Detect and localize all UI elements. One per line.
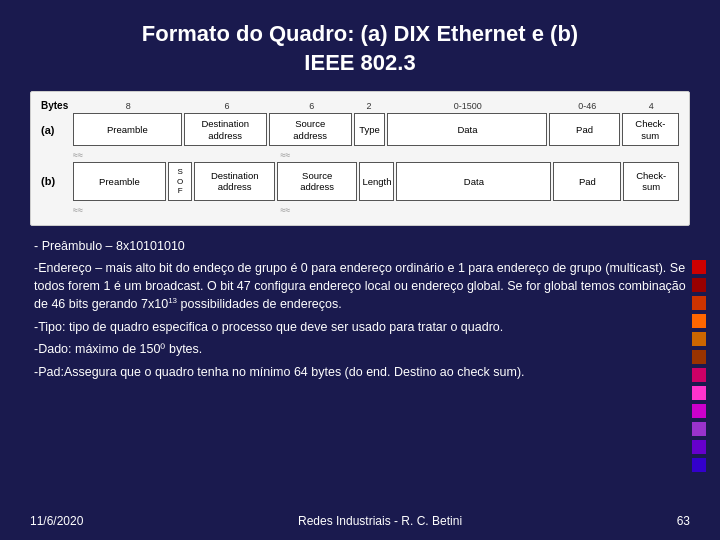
- byte-0-1500: 0-1500: [385, 101, 551, 111]
- cell-pad-a: Pad: [549, 113, 619, 146]
- cell-data-b: Data: [396, 162, 551, 201]
- row-a-cells: Preamble Destinationaddress Sourceaddres…: [73, 113, 679, 146]
- row-a-label: (a): [41, 113, 73, 146]
- cell-data-a: Data: [387, 113, 547, 146]
- address-suffix: possibilidades de endereços.: [177, 297, 342, 311]
- diagram-box: Bytes 8 6 6 2 0-1500 0-46 4 (a) Preamble…: [30, 91, 690, 226]
- footer-page: 63: [677, 514, 690, 528]
- byte-6a: 6: [186, 101, 269, 111]
- preamble-text: - Preâmbulo – 8x10101010: [34, 238, 686, 256]
- byte-0-46: 0-46: [553, 101, 622, 111]
- cell-preamble-b: Preamble: [73, 162, 166, 201]
- cell-length-b: Length: [359, 162, 394, 201]
- address-text: -Endereço – mais alto bit do endeço de g…: [34, 260, 686, 314]
- bytes-label: Bytes: [41, 100, 73, 111]
- decoration-square: [692, 458, 706, 472]
- cell-src-b: Sourceaddress: [277, 162, 357, 201]
- byte-4: 4: [624, 101, 679, 111]
- decoration-square: [692, 440, 706, 454]
- type-text: -Tipo: tipo de quadro especifica o proce…: [34, 319, 686, 337]
- title-line2: IEEE 802.3: [304, 50, 415, 75]
- cell-checksum-b: Check-sum: [623, 162, 679, 201]
- cell-dest-b: Destinationaddress: [194, 162, 274, 201]
- decoration-square: [692, 368, 706, 382]
- data-text: -Dado: máximo de 150⁰ bytes.: [34, 341, 686, 359]
- footer: 11/6/2020 Redes Industriais - R. C. Beti…: [30, 508, 690, 530]
- decoration-squares: [692, 260, 706, 472]
- decoration-square: [692, 332, 706, 346]
- slide: Formato do Quadro: (a) DIX Ethernet e (b…: [0, 0, 720, 540]
- decoration-square: [692, 422, 706, 436]
- footer-title: Redes Industriais - R. C. Betini: [298, 514, 462, 528]
- row-b: (b) Preamble SOF Destinationaddress Sour…: [41, 162, 679, 201]
- cell-preamble-a: Preamble: [73, 113, 182, 146]
- decoration-square: [692, 314, 706, 328]
- byte-6b: 6: [270, 101, 353, 111]
- row-b-label: (b): [41, 162, 73, 201]
- cell-checksum-a: Check-sum: [622, 113, 679, 146]
- row-a: (a) Preamble Destinationaddress Sourcead…: [41, 113, 679, 146]
- slide-title: Formato do Quadro: (a) DIX Ethernet e (b…: [30, 20, 690, 77]
- footer-date: 11/6/2020: [30, 514, 83, 528]
- decoration-square: [692, 278, 706, 292]
- content-section: - Preâmbulo – 8x10101010 -Endereço – mai…: [30, 238, 690, 508]
- address-main: -Endereço – mais alto bit do endeço de g…: [34, 261, 686, 311]
- pad-text: -Pad:Assegura que o quadro tenha no míni…: [34, 364, 686, 382]
- cell-pad-b: Pad: [553, 162, 621, 201]
- cell-dest-a: Destinationaddress: [184, 113, 267, 146]
- byte-2: 2: [355, 101, 383, 111]
- title-line1: Formato do Quadro: (a) DIX Ethernet e (b…: [142, 21, 578, 46]
- decoration-square: [692, 260, 706, 274]
- decoration-square: [692, 350, 706, 364]
- cell-sof-b: SOF: [168, 162, 193, 201]
- row-b-cells: Preamble SOF Destinationaddress Sourcead…: [73, 162, 679, 201]
- decoration-square: [692, 404, 706, 418]
- decoration-square: [692, 386, 706, 400]
- address-exp: 13: [168, 296, 177, 305]
- cell-src-a: Sourceaddress: [269, 113, 352, 146]
- byte-8a: 8: [73, 101, 184, 111]
- cell-type-a: Type: [354, 113, 386, 146]
- decoration-square: [692, 296, 706, 310]
